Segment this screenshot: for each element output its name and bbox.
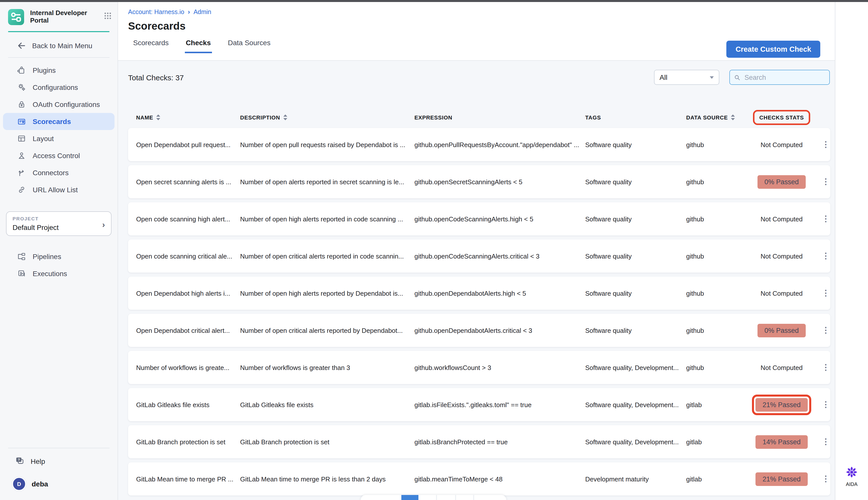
sidebar-item-label: Pipelines xyxy=(33,252,61,261)
table-row[interactable]: GitLab Branch protection is set GitLab B… xyxy=(128,425,830,458)
sidebar-item-executions[interactable]: Executions xyxy=(3,265,114,282)
check-expression: github.openDependabotAlerts.high < 5 xyxy=(414,289,585,297)
sidebar-item-plugins[interactable]: Plugins xyxy=(3,62,114,79)
aida-assistant-button[interactable]: AIDA xyxy=(835,465,868,487)
row-menu-button[interactable]: ⋮ xyxy=(822,252,830,260)
sidebar-item-access-control[interactable]: Access Control xyxy=(3,147,114,164)
right-panel-strip: AIDA xyxy=(835,2,868,500)
row-menu-button[interactable]: ⋮ xyxy=(822,289,830,297)
sidebar-item-layout[interactable]: Layout xyxy=(3,130,114,147)
table-row[interactable]: GitLab Gitleaks file exists GitLab Gitle… xyxy=(128,388,830,421)
sidebar-item-connectors[interactable]: Connectors xyxy=(3,164,114,181)
breadcrumb-admin[interactable]: Admin xyxy=(193,8,211,15)
sidebar-item-oauth-configurations[interactable]: OAuth Configurations xyxy=(3,96,114,113)
help-button[interactable]: ? Help xyxy=(0,448,118,471)
layout-icon xyxy=(17,134,26,143)
check-expression: gitlab.meanTimeToMerge < 48 xyxy=(414,475,585,483)
pagination-bar[interactable] xyxy=(361,495,507,500)
table-row[interactable]: GitLab Mean time to merge PR ... GitLab … xyxy=(128,462,830,496)
sort-icon[interactable] xyxy=(283,114,287,121)
oauth-icon xyxy=(17,100,26,109)
table-row[interactable]: Open secret scanning alerts is ... Numbe… xyxy=(128,165,830,198)
row-menu-button[interactable]: ⋮ xyxy=(822,141,830,148)
check-stats: Not Computed xyxy=(742,289,822,297)
search-box xyxy=(730,70,830,85)
check-name: Open Dependabot pull request... xyxy=(136,141,240,148)
tab-data-sources[interactable]: Data Sources xyxy=(227,38,271,52)
create-custom-check-button[interactable]: Create Custom Check xyxy=(727,41,820,58)
table-row[interactable]: Number of workflows is greate... Number … xyxy=(128,351,830,384)
svg-text:?: ? xyxy=(18,458,20,462)
check-description: Number of open alerts reported in secret… xyxy=(240,178,414,185)
sidebar-item-scorecards[interactable]: Scorecards xyxy=(3,113,114,130)
filter-dropdown[interactable]: All xyxy=(654,70,719,85)
sidebar-item-label: Access Control xyxy=(33,151,80,160)
project-name: Default Project xyxy=(13,224,105,231)
check-tags: Software quality, Development... xyxy=(585,364,686,371)
url-allow-list-icon xyxy=(17,185,26,194)
help-chat-icon: ? xyxy=(15,456,25,466)
sidebar-item-pipelines[interactable]: Pipelines xyxy=(3,248,114,265)
stats-badge: 14% Passed xyxy=(756,435,808,448)
check-data-source: github xyxy=(686,141,742,148)
check-expression: github.openCodeScanningAlerts.critical <… xyxy=(414,252,585,260)
table-body: Open Dependabot pull request... Number o… xyxy=(128,128,830,496)
check-description: Number of open high alerts reported in c… xyxy=(240,215,414,223)
check-expression: gitlab.isFileExists.".gitleaks.toml" == … xyxy=(414,401,585,408)
check-tags: Software quality xyxy=(585,141,686,148)
row-menu-button[interactable]: ⋮ xyxy=(822,401,830,408)
tab-checks[interactable]: Checks xyxy=(185,38,212,53)
chevron-right-icon: › xyxy=(102,220,105,230)
table-row[interactable]: Open code scanning critical ale... Numbe… xyxy=(128,239,830,273)
sort-icon[interactable] xyxy=(156,114,160,121)
row-menu-button[interactable]: ⋮ xyxy=(822,364,830,371)
check-expression: github.openSecretScanningAlerts < 5 xyxy=(414,178,585,185)
check-stats: 21% Passed xyxy=(742,472,822,486)
check-stats: 21% Passed xyxy=(742,394,822,415)
row-menu-button[interactable]: ⋮ xyxy=(822,215,830,223)
breadcrumb-account[interactable]: Account: Harness.io xyxy=(128,8,184,15)
table-row[interactable]: Open code scanning high alert... Number … xyxy=(128,202,830,236)
check-expression: github.openPullRequestsByAccount."app/de… xyxy=(414,141,585,148)
apps-grid-icon[interactable] xyxy=(104,12,112,20)
user-menu[interactable]: D deba xyxy=(0,471,118,495)
check-tags: Software quality, Development... xyxy=(585,401,686,408)
check-stats: Not Computed xyxy=(742,215,822,223)
row-menu-button[interactable]: ⋮ xyxy=(822,475,830,482)
column-header-name[interactable]: NAME xyxy=(136,114,240,121)
table-row[interactable]: Open Dependabot pull request... Number o… xyxy=(128,128,830,161)
table-row[interactable]: Open Dependabot critical alert... Number… xyxy=(128,314,830,347)
stats-text: Not Computed xyxy=(760,141,803,148)
row-menu-button[interactable]: ⋮ xyxy=(822,178,830,185)
back-to-main-menu[interactable]: Back to Main Menu xyxy=(0,32,118,57)
check-data-source: github xyxy=(686,327,742,334)
check-expression: github.openCodeScanningAlerts.high < 5 xyxy=(414,215,585,223)
check-data-source: github xyxy=(686,252,742,260)
tab-scorecards[interactable]: Scorecards xyxy=(132,38,170,52)
executions-icon xyxy=(17,269,26,278)
check-description: Number of open critical alerts reported … xyxy=(240,252,414,260)
sort-icon[interactable] xyxy=(731,114,735,121)
arrow-left-icon xyxy=(17,41,26,50)
check-name: Open code scanning critical ale... xyxy=(136,252,240,260)
search-input[interactable] xyxy=(743,73,825,82)
column-header-description[interactable]: DESCRIPTION xyxy=(240,114,414,121)
column-header-data-source[interactable]: DATA SOURCE xyxy=(686,114,742,121)
project-selector[interactable]: PROJECT Default Project › xyxy=(6,211,112,236)
help-label: Help xyxy=(31,457,45,465)
active-page-button[interactable] xyxy=(401,495,419,500)
scorecards-icon xyxy=(17,117,26,126)
check-name: GitLab Branch protection is set xyxy=(136,438,240,445)
table-row[interactable]: Open Dependabot high alerts i... Number … xyxy=(128,276,830,310)
chevron-right-icon: › xyxy=(188,8,190,15)
sidebar-item-url-allow-list[interactable]: URL Allow List xyxy=(3,181,114,198)
main-area: Account: Harness.io › Admin Scorecards S… xyxy=(118,2,835,500)
check-name: GitLab Gitleaks file exists xyxy=(136,401,240,408)
check-name: Open Dependabot critical alert... xyxy=(136,327,240,334)
row-menu-button[interactable]: ⋮ xyxy=(822,438,830,445)
sidebar-item-configurations[interactable]: Configurations xyxy=(3,79,114,96)
column-label-annotated: CHECKS STATS xyxy=(753,110,810,125)
sidebar-item-label: Plugins xyxy=(33,66,56,74)
search-icon xyxy=(734,73,741,81)
row-menu-button[interactable]: ⋮ xyxy=(822,327,830,334)
